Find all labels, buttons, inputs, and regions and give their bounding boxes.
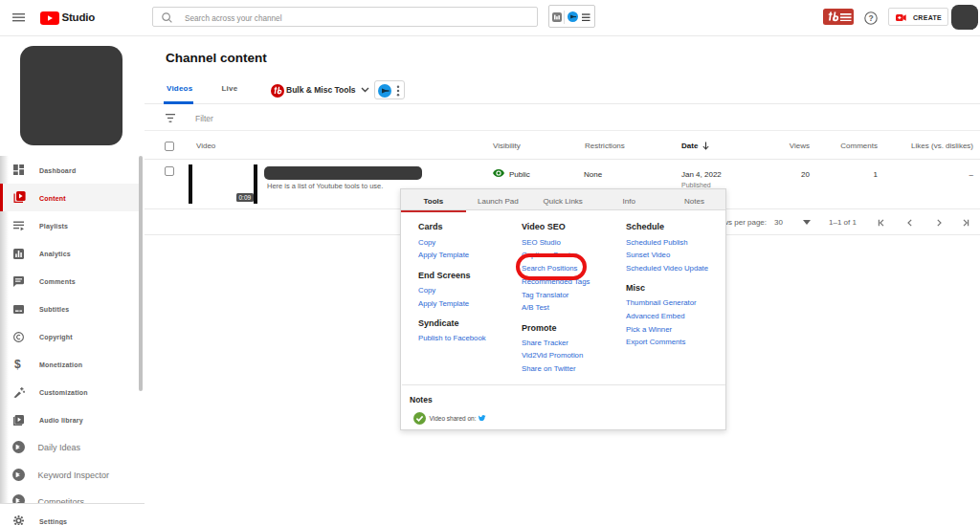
- svg-text:?: ?: [868, 13, 873, 23]
